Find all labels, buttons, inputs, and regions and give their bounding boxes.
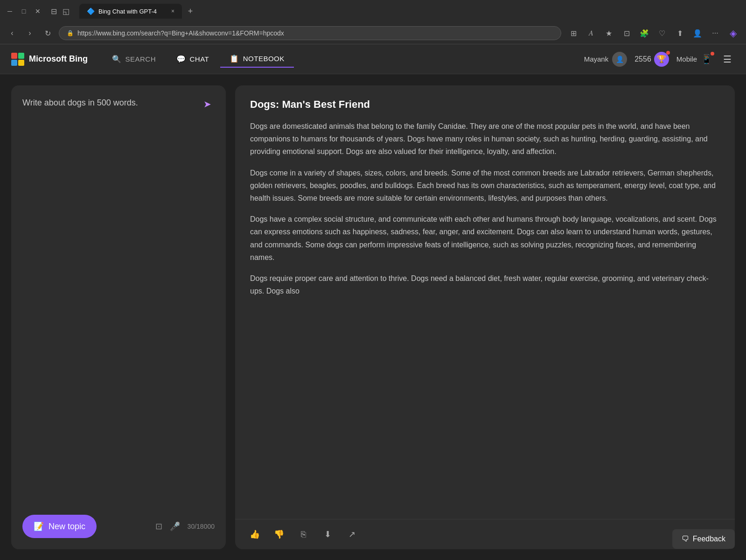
share-response-button[interactable]: ↗ [343, 526, 360, 543]
hamburger-menu-button[interactable]: ☰ [720, 52, 735, 67]
trophy-dot [666, 51, 670, 55]
nav-tab-chat[interactable]: 💬 CHAT [167, 51, 218, 67]
send-button[interactable]: ➤ [198, 95, 216, 113]
new-topic-button[interactable]: 📝 New topic [22, 515, 97, 538]
edge-copilot-button[interactable]: ◈ [725, 26, 740, 41]
collections-button[interactable]: ⊡ [619, 26, 634, 41]
favorites-button[interactable]: ★ [601, 26, 616, 41]
paragraph-2: Dogs come in a variety of shapes, sizes,… [250, 167, 720, 205]
right-panel: Dogs: Man's Best Friend Dogs are domesti… [235, 85, 735, 549]
response-title: Dogs: Man's Best Friend [250, 98, 720, 111]
split-tab-button[interactable]: ⊞ [566, 26, 581, 41]
mobile-dot [711, 52, 714, 56]
notebook-nav-icon: 📋 [230, 54, 239, 63]
header-right: Mayank 👤 2556 🏆 Mobile 📱 ☰ [584, 52, 735, 67]
close-button[interactable]: ✕ [34, 7, 42, 15]
extensions-button[interactable]: 🧩 [637, 26, 652, 41]
thumbs-up-button[interactable]: 👍 [246, 526, 263, 543]
microphone-icon[interactable]: 🎤 [170, 521, 180, 532]
title-bar: ─ □ ✕ ⊟ ◱ 🔷 Bing Chat with GPT-4 × + [0, 0, 746, 22]
points-value: 2556 [634, 55, 651, 63]
share-button[interactable]: ⬆ [672, 26, 687, 41]
user-avatar: 👤 [612, 52, 627, 67]
url-field[interactable]: 🔒 https://www.bing.com/search?q=Bing+AI&… [59, 26, 561, 40]
feedback-actions: 👍 👎 ⎘ ⬇ ↗ [246, 526, 360, 543]
heart-button[interactable]: ♡ [655, 26, 669, 41]
paragraph-4: Dogs require proper care and attention t… [250, 272, 720, 297]
url-text: https://www.bing.com/search?q=Bing+AI&sh… [77, 29, 284, 37]
browser-chrome: ─ □ ✕ ⊟ ◱ 🔷 Bing Chat with GPT-4 × + ‹ ›… [0, 0, 746, 44]
nav-tab-notebook[interactable]: 📋 NOTEBOOK [220, 50, 294, 68]
mobile-icon: 📱 [701, 54, 712, 65]
bing-logo: Microsoft Bing [11, 53, 88, 66]
thumbs-down-button[interactable]: 👎 [271, 526, 287, 543]
logo-sq-yellow [18, 60, 24, 66]
nav-chat-label: CHAT [190, 55, 209, 63]
points-badge[interactable]: 2556 🏆 [634, 52, 669, 67]
nav-search-label: SEARCH [125, 55, 156, 63]
logo-sq-blue [11, 60, 17, 66]
tab-title: Bing Chat with GPT-4 [98, 8, 157, 15]
tab-bar: 🔷 Bing Chat with GPT-4 × + [74, 4, 740, 19]
user-name: Mayank [584, 55, 609, 63]
new-tab-button[interactable]: + [183, 4, 198, 19]
char-count: 30/18000 [188, 523, 215, 530]
mobile-button[interactable]: Mobile 📱 [676, 54, 712, 65]
forward-button[interactable]: › [23, 27, 36, 40]
main-content: Write about dogs in 500 words. ➤ 📝 New t… [0, 74, 746, 560]
nav-tabs: 🔍 SEARCH 💬 CHAT 📋 NOTEBOOK [103, 50, 584, 68]
sidebar-toggle-button[interactable]: ⊟ [49, 7, 58, 15]
new-topic-icon: 📝 [34, 521, 44, 532]
feedback-bottom-icon: 🗨 [682, 535, 689, 543]
lock-icon: 🔒 [67, 30, 74, 36]
address-bar: ‹ › ↻ 🔒 https://www.bing.com/search?q=Bi… [0, 22, 746, 44]
minimize-button[interactable]: ─ [6, 7, 14, 15]
read-aloud-button[interactable]: 𝐴 [584, 26, 599, 41]
camera-icon[interactable]: ⊡ [155, 521, 162, 532]
user-section[interactable]: Mayank 👤 [584, 52, 627, 67]
mobile-label: Mobile [676, 55, 697, 63]
response-body: Dogs are domesticated animals that belon… [250, 120, 720, 297]
tab-favicon: 🔷 [87, 7, 95, 15]
paragraph-3: Dogs have a complex social structure, an… [250, 213, 720, 264]
logo-sq-red [11, 53, 17, 59]
search-nav-icon: 🔍 [112, 55, 122, 63]
profile-button[interactable]: 👤 [690, 26, 705, 41]
prompt-text: Write about dogs in 500 words. [22, 97, 215, 507]
chat-nav-icon: 💬 [176, 55, 186, 63]
tab-close-button[interactable]: × [171, 8, 174, 14]
browser-actions: ⊞ 𝐴 ★ ⊡ 🧩 ♡ ⬆ 👤 ··· ◈ [566, 26, 740, 41]
nav-tab-search[interactable]: 🔍 SEARCH [103, 51, 165, 67]
paragraph-1: Dogs are domesticated animals that belon… [250, 120, 720, 158]
brand-name: Microsoft Bing [29, 54, 88, 64]
logo-squares [11, 53, 24, 66]
feedback-bottom-button[interactable]: 🗨 Feedback [672, 529, 735, 549]
left-panel-footer: 📝 New topic ⊡ 🎤 30/18000 [22, 507, 215, 538]
copy-button[interactable]: ⎘ [295, 526, 312, 543]
left-panel: Write about dogs in 500 words. ➤ 📝 New t… [11, 85, 226, 549]
window-controls: ─ □ ✕ [6, 7, 42, 15]
feedback-bottom-label: Feedback [693, 535, 725, 543]
footer-actions: ⊡ 🎤 30/18000 [155, 521, 215, 532]
maximize-button[interactable]: □ [20, 7, 28, 15]
response-footer: 👍 👎 ⎘ ⬇ ↗ 1 of 30 [235, 519, 735, 549]
new-topic-label: New topic [49, 522, 85, 532]
active-tab[interactable]: 🔷 Bing Chat with GPT-4 × [79, 4, 182, 19]
logo-sq-green [18, 53, 24, 59]
response-content[interactable]: Dogs: Man's Best Friend Dogs are domesti… [235, 85, 735, 519]
more-button[interactable]: ··· [708, 26, 723, 41]
back-button[interactable]: ‹ [6, 27, 19, 40]
download-button[interactable]: ⬇ [319, 526, 336, 543]
nav-notebook-label: NOTEBOOK [243, 55, 285, 63]
app-header: Microsoft Bing 🔍 SEARCH 💬 CHAT 📋 NOTEBOO… [0, 44, 746, 74]
history-button[interactable]: ◱ [62, 7, 70, 15]
trophy-icon: 🏆 [654, 52, 669, 67]
refresh-button[interactable]: ↻ [41, 27, 54, 40]
